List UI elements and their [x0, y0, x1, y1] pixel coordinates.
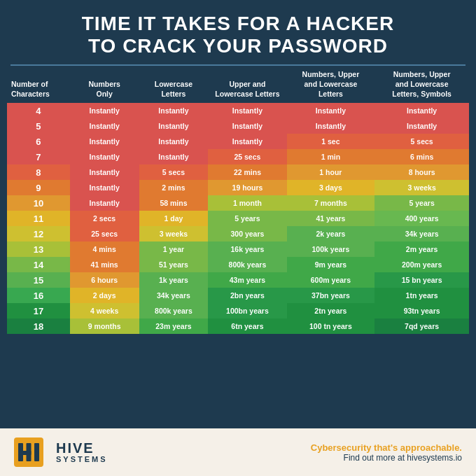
time-cell: 100bn years [208, 303, 286, 318]
time-cell: 93tn years [374, 303, 469, 318]
chars-cell: 7 [7, 149, 70, 164]
chars-cell: 9 [7, 180, 70, 195]
table-row: 189 months23m years6tn years100 tn years… [7, 318, 469, 334]
chars-cell: 8 [7, 164, 70, 180]
chars-cell: 16 [7, 288, 70, 303]
chars-cell: 14 [7, 257, 70, 272]
time-cell: 2bn years [208, 288, 286, 303]
brand-subtitle: SYSTEMS [56, 455, 108, 463]
svg-rect-4 [18, 451, 31, 455]
chars-cell: 5 [7, 118, 70, 134]
time-cell: 4 mins [70, 241, 139, 257]
table-row: 7InstantlyInstantly25 secs1 min6 mins [7, 149, 469, 164]
time-cell: 400 years [374, 211, 469, 226]
time-cell: 1 sec [287, 134, 375, 149]
chars-cell: 10 [7, 195, 70, 211]
time-cell: 3 weeks [374, 180, 469, 195]
time-cell: 1k years [139, 272, 209, 288]
time-cell: 2k years [287, 226, 375, 241]
time-cell: 6tn years [208, 318, 286, 334]
title: TIME IT TAKES FOR A HACKER TO CRACK YOUR… [14, 13, 462, 57]
time-cell: 16k years [208, 241, 286, 257]
time-cell: 1 min [287, 149, 375, 164]
footer: HIVE SYSTEMS Cybersecurity that's approa… [0, 428, 476, 476]
time-cell: 800k years [139, 303, 209, 318]
chars-cell: 13 [7, 241, 70, 257]
table-row: 112 secs1 day5 years41 years400 years [7, 211, 469, 226]
password-table: Number ofCharacters NumbersOnly Lowercas… [7, 66, 469, 334]
time-cell: 58 mins [139, 195, 209, 211]
table-row: 156 hours1k years43m years600m years15 b… [7, 272, 469, 288]
time-cell: 5 years [374, 195, 469, 211]
chars-cell: 17 [7, 303, 70, 318]
time-cell: 2m years [374, 241, 469, 257]
table-row: 4InstantlyInstantlyInstantlyInstantlyIns… [7, 103, 469, 118]
table-header-row: Number ofCharacters NumbersOnly Lowercas… [7, 66, 469, 103]
time-cell: Instantly [374, 103, 469, 118]
time-cell: 1 day [139, 211, 209, 226]
time-cell: Instantly [70, 180, 139, 195]
time-cell: 2 secs [70, 211, 139, 226]
time-cell: 2tn years [287, 303, 375, 318]
time-cell: Instantly [374, 118, 469, 134]
time-cell: 22 mins [208, 164, 286, 180]
time-cell: 9 months [70, 318, 139, 334]
time-cell: 6 mins [374, 149, 469, 164]
table-row: 9Instantly2 mins19 hours3 days3 weeks [7, 180, 469, 195]
table-row: 134 mins1 year16k years100k years2m year… [7, 241, 469, 257]
time-cell: 300 years [208, 226, 286, 241]
tagline: Cybersecurity that's approachable. [311, 442, 462, 453]
time-cell: 1 hour [287, 164, 375, 180]
table-row: 1225 secs3 weeks300 years2k years34k yea… [7, 226, 469, 241]
time-cell: 5 secs [139, 164, 209, 180]
time-cell: 600m years [287, 272, 375, 288]
chars-cell: 18 [7, 318, 70, 334]
time-cell: Instantly [70, 134, 139, 149]
time-cell: Instantly [70, 164, 139, 180]
time-cell: 23m years [139, 318, 209, 334]
time-cell: Instantly [70, 103, 139, 118]
time-cell: 5 secs [374, 134, 469, 149]
col-header-numbers: NumbersOnly [70, 66, 139, 103]
logo-area: HIVE SYSTEMS [14, 438, 108, 467]
svg-rect-3 [34, 443, 39, 461]
chars-cell: 11 [7, 211, 70, 226]
time-cell: 2 mins [139, 180, 209, 195]
time-cell: 1tn years [374, 288, 469, 303]
chars-cell: 12 [7, 226, 70, 241]
time-cell: 43m years [208, 272, 286, 288]
col-header-all: Numbers, Upperand LowercaseLetters, Symb… [374, 66, 469, 103]
time-cell: 3 weeks [139, 226, 209, 241]
time-cell: Instantly [70, 118, 139, 134]
time-cell: 6 hours [70, 272, 139, 288]
chars-cell: 6 [7, 134, 70, 149]
time-cell: 15 bn years [374, 272, 469, 288]
col-header-mixed: Upper andLowercase Letters [208, 66, 286, 103]
table-row: 5InstantlyInstantlyInstantlyInstantlyIns… [7, 118, 469, 134]
chars-cell: 15 [7, 272, 70, 288]
time-cell: 1 year [139, 241, 209, 257]
header: TIME IT TAKES FOR A HACKER TO CRACK YOUR… [0, 0, 476, 64]
chars-cell: 4 [7, 103, 70, 118]
time-cell: 41 years [287, 211, 375, 226]
time-cell: Instantly [139, 118, 209, 134]
table-row: 174 weeks800k years100bn years2tn years9… [7, 303, 469, 318]
time-cell: 2 days [70, 288, 139, 303]
time-cell: 7 months [287, 195, 375, 211]
hive-logo-icon [14, 438, 43, 467]
time-cell: Instantly [208, 134, 286, 149]
table-row: 162 days34k years2bn years37bn years1tn … [7, 288, 469, 303]
time-cell: 19 hours [208, 180, 286, 195]
time-cell: 51 years [139, 257, 209, 272]
brand-name: HIVE [56, 441, 108, 455]
time-cell: 800k years [208, 257, 286, 272]
time-cell: 25 secs [208, 149, 286, 164]
col-header-nums-mixed: Numbers, Upperand LowercaseLetters [287, 66, 375, 103]
table-row: 8Instantly5 secs22 mins1 hour8 hours [7, 164, 469, 180]
table-row: 10Instantly58 mins1 month7 months5 years [7, 195, 469, 211]
table-row: 6InstantlyInstantlyInstantly1 sec5 secs [7, 134, 469, 149]
time-cell: 200m years [374, 257, 469, 272]
time-cell: Instantly [70, 195, 139, 211]
brand-text: HIVE SYSTEMS [56, 441, 108, 463]
time-cell: 100k years [287, 241, 375, 257]
